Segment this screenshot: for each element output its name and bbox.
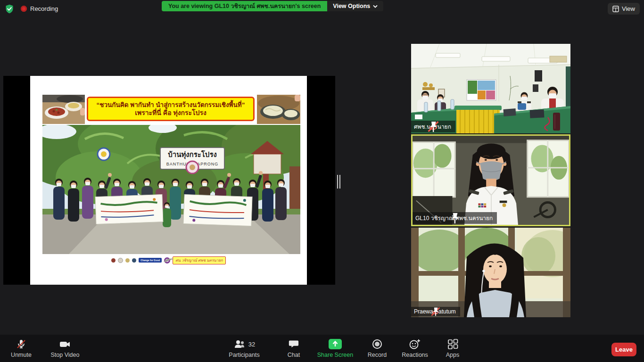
round-logo-3	[125, 258, 130, 263]
record-icon	[372, 338, 383, 350]
chat-button[interactable]: Chat	[270, 338, 317, 358]
viewing-banner: You are viewing GL10 วชิรญาณ์ ศพช.นครนาย…	[162, 1, 327, 11]
video-tile-gl10[interactable]: GL10 วชิรญาณ์ ศพช.นครนายก	[411, 134, 570, 226]
nameplate-meeting-room: ศพช.นครนายก	[411, 121, 455, 132]
view-button[interactable]: View	[608, 3, 640, 15]
wing-logo	[163, 257, 175, 263]
encryption-shield-icon[interactable]	[5, 4, 14, 14]
video-camera-icon	[59, 338, 71, 350]
recording-label: Recording	[30, 5, 58, 12]
pin-icon	[411, 307, 460, 316]
pin-icon	[411, 121, 455, 132]
video-tile-praewa[interactable]: Praewa Satutum	[411, 228, 570, 317]
zoom-meeting-window: Recording You are viewing GL10 วชิรญาณ์ …	[0, 0, 644, 362]
round-logo-1	[111, 258, 116, 263]
banner-right	[183, 195, 252, 226]
participants-icon	[233, 338, 246, 350]
mic-muted-icon	[16, 338, 27, 350]
stop-video-button[interactable]: Stop Video	[41, 338, 89, 358]
food-photo-left	[42, 95, 85, 124]
share-screen-icon	[328, 338, 342, 350]
slide-footer: Change for Good ศน.วชิรญาณ์ ศพช.นครนายก	[30, 255, 307, 265]
participants-button[interactable]: 32 Participants	[221, 338, 268, 358]
participants-count: 32	[248, 341, 255, 348]
round-logo-2	[118, 258, 123, 263]
banner-left	[95, 195, 163, 224]
chat-bubble-icon	[288, 338, 299, 350]
group-photo: บ้านทุ่งกระโปรง BANTHUNGKAPRONG	[42, 125, 300, 254]
slide-title-box: “ชวนกันคิด พากันทำ นำสู่การสร้างนวัตกรรม…	[87, 97, 255, 121]
pin-icon	[413, 212, 497, 224]
video-tile-meeting-room[interactable]: ศพช.นครนายก	[411, 44, 570, 133]
apps-button[interactable]: Apps	[429, 338, 476, 358]
reactions-smiley-icon	[409, 338, 421, 350]
gl10-video	[413, 136, 569, 225]
leave-button[interactable]: Leave	[611, 343, 636, 356]
nameplate-praewa: Praewa Satutum	[411, 307, 460, 316]
presentation-slide: “ชวนกันคิด พากันทำ นำสู่การสร้างนวัตกรรม…	[30, 76, 307, 285]
panel-resize-handle[interactable]	[337, 175, 340, 189]
viewing-banner-group: You are viewing GL10 วชิรญาณ์ ศพช.นครนาย…	[162, 1, 383, 11]
slide-title-line2: เพราะที่นี่ คือ ทุ่งกระโปรง	[135, 109, 206, 117]
slide-signature: ศน.วชิรญาณ์ ศพช.นครนายก	[173, 256, 226, 264]
village-sign: บ้านทุ่งกระโปรง BANTHUNGKAPRONG	[160, 148, 224, 173]
top-bar: Recording You are viewing GL10 วชิรญาณ์ …	[0, 0, 644, 17]
share-screen-button[interactable]: Share Screen	[312, 338, 359, 358]
grid-view-icon	[612, 6, 619, 12]
nameplate-gl10: GL10 วชิรญาณ์ ศพช.นครนายก	[413, 212, 497, 224]
recording-status: Recording	[21, 5, 58, 12]
food-photo-right	[257, 95, 300, 124]
apps-grid-icon	[447, 338, 458, 350]
unmute-button[interactable]: Unmute	[0, 338, 45, 358]
chevron-down-icon	[373, 5, 378, 8]
shared-screen-viewport: “ชวนกันคิด พากันทำ นำสู่การสร้างนวัตกรรม…	[3, 76, 335, 285]
view-options-button[interactable]: View Options	[327, 1, 383, 11]
sign-thai-text: บ้านทุ่งกระโปรง	[168, 150, 217, 159]
recording-indicator-icon	[21, 6, 27, 12]
slide-title-line1: “ชวนกันคิด พากันทำ นำสู่การสร้างนวัตกรรม…	[97, 101, 245, 109]
bottom-toolbar: Unmute Stop Video 32	[0, 335, 644, 362]
change-for-good-badge: Change for Good	[139, 258, 162, 263]
praewa-video	[411, 228, 570, 317]
meeting-room-video	[411, 44, 570, 133]
round-logo-4	[132, 258, 136, 263]
